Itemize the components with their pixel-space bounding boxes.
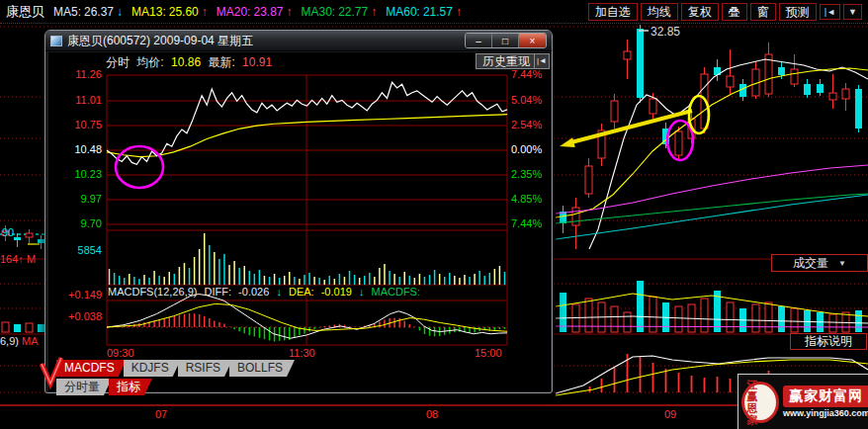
window-icon bbox=[50, 36, 62, 46]
logo-seal-icon: 江赢恩家 bbox=[741, 382, 779, 423]
ma-lines-button[interactable]: 均线 bbox=[641, 3, 678, 21]
price-axis-label: 10.48 bbox=[56, 143, 102, 155]
tab-indicator-view[interactable]: 指标 bbox=[109, 379, 152, 395]
price-axis-label: 9.97 bbox=[56, 193, 102, 205]
history-skip-back-icon[interactable]: |◄ bbox=[534, 53, 550, 69]
price-axis-label: 10.75 bbox=[56, 119, 102, 130]
macd-readout: MACDFS(12,26,9) DIFF: -0.026 ↓ DEA: -0.0… bbox=[108, 286, 424, 298]
intraday-header: 分时 均价: 10.86 最新: 10.91 bbox=[106, 54, 276, 71]
pct-axis-label: 2.35% bbox=[511, 168, 555, 180]
logo-title: 赢家财富网 bbox=[783, 386, 868, 407]
time-label-open: 09:30 bbox=[107, 347, 134, 359]
month-label-09: 09 bbox=[655, 408, 685, 420]
left-fragment-macd-params: 6,9) MA bbox=[0, 335, 39, 347]
mode-label: 分时 bbox=[106, 55, 130, 69]
forecast-button[interactable]: 预测 bbox=[779, 3, 817, 21]
ma13-readout: MA13:25.60↑ bbox=[131, 5, 208, 19]
macd-axis-label: +0.038 bbox=[56, 310, 102, 322]
volume-pane-selector[interactable]: 成交量 ▼ bbox=[771, 254, 868, 272]
trading-app-screen: { "top_bar": { "stock_name": "康恩贝", "ma_… bbox=[0, 0, 868, 429]
pct-axis-label: 5.04% bbox=[511, 94, 555, 106]
overlay-button[interactable]: 叠 bbox=[722, 3, 747, 21]
dea-arrow-icon: ↓ bbox=[359, 286, 365, 298]
logo-url: www.yingjia360.com bbox=[783, 408, 868, 418]
volume-axis-label: 5854 bbox=[56, 244, 102, 256]
pct-axis-label: 7.44% bbox=[511, 68, 555, 80]
ma20-readout: MA20:23.87↑ bbox=[217, 5, 293, 19]
pct-axis-label: 0.00% bbox=[511, 143, 555, 155]
ma20-arrow-icon: ↑ bbox=[286, 5, 292, 19]
top-indicator-bar: 康恩贝 MA5:26.37↓ MA13:25.60↑ MA20:23.87↑ M… bbox=[0, 0, 868, 24]
diff-arrow-icon: ↓ bbox=[276, 286, 282, 298]
ma5-readout: MA5:26.37↓ bbox=[53, 5, 123, 19]
popup-title: 康恩贝(600572) 2009-09-04 星期五 bbox=[67, 33, 253, 49]
ma13-arrow-icon: ↑ bbox=[202, 5, 208, 19]
price-axis-label: 9.70 bbox=[56, 217, 102, 229]
time-label-noon: 11:30 bbox=[289, 347, 315, 359]
price-axis-label: 11.01 bbox=[56, 94, 102, 106]
history-replay-button[interactable]: 历史重现 bbox=[476, 53, 537, 69]
price-axis-label: 10.23 bbox=[56, 168, 102, 180]
left-fragment-volume-value: 90 bbox=[2, 226, 14, 238]
popup-titlebar[interactable]: 康恩贝(600572) 2009-09-04 星期五 – □ × bbox=[45, 31, 552, 51]
time-label-close: 15:00 bbox=[475, 347, 502, 359]
red-check-mark-icon bbox=[38, 356, 65, 389]
pct-axis-label: 2.54% bbox=[511, 119, 555, 130]
ma5-arrow-icon: ↓ bbox=[117, 5, 123, 19]
ma60-readout: MA60:21.57↑ bbox=[386, 5, 462, 19]
maximize-button[interactable]: □ bbox=[492, 34, 519, 47]
popup-body: 分时 均价: 10.86 最新: 10.91 历史重现 |◄ 11.26 11.… bbox=[48, 52, 551, 391]
tab-kdjfs[interactable]: KDJFS bbox=[124, 360, 181, 377]
avg-price-value: 10.86 bbox=[171, 55, 201, 69]
ma30-readout: MA30:22.77↑ bbox=[301, 5, 377, 19]
skip-back-icon[interactable]: |◄ bbox=[820, 4, 840, 20]
adjust-price-button[interactable]: 复权 bbox=[681, 3, 719, 21]
tab-rsifs[interactable]: RSIFS bbox=[178, 360, 232, 377]
view-tab-row: 分时量 指标 bbox=[56, 379, 149, 395]
window-button[interactable]: 窗 bbox=[750, 3, 776, 21]
diff-value: -0.026 bbox=[238, 286, 269, 298]
left-fragment-ma-value: 164↑ M bbox=[0, 253, 36, 265]
pct-axis-label: 7.44% bbox=[511, 217, 555, 229]
price-axis-label: 11.26 bbox=[56, 68, 102, 80]
add-watchlist-button[interactable]: 加自选 bbox=[588, 3, 638, 21]
dropdown-icon[interactable]: ▼ bbox=[843, 4, 862, 20]
tab-macdfs[interactable]: MACDFS bbox=[56, 360, 127, 377]
tab-bollfs[interactable]: BOLLFS bbox=[229, 360, 295, 377]
site-logo: 江赢恩家 赢家财富网 www.yingjia360.com bbox=[738, 374, 868, 429]
intraday-popup-window: 康恩贝(600572) 2009-09-04 星期五 – □ × 分时 均价: … bbox=[44, 30, 553, 393]
indicator-help-button[interactable]: 指标说明 bbox=[790, 333, 867, 350]
toolbar-button-group: 加自选 均线 复权 叠 窗 预测 |◄ ▼ bbox=[588, 3, 862, 21]
window-controls: – □ × bbox=[465, 33, 547, 48]
volume-dropdown-icon: ▼ bbox=[838, 259, 846, 268]
minimize-button[interactable]: – bbox=[466, 34, 492, 47]
pct-axis-label: 4.85% bbox=[511, 193, 555, 205]
stock-name: 康恩贝 bbox=[6, 3, 44, 21]
ma60-arrow-icon: ↑ bbox=[456, 5, 462, 19]
macd-axis-label: +0.149 bbox=[56, 289, 102, 300]
intraday-chart-svg bbox=[48, 52, 551, 391]
last-price-value: 10.91 bbox=[242, 55, 272, 69]
indicator-tab-row: MACDFS KDJFS RSIFS BOLLFS bbox=[56, 360, 292, 377]
month-label-08: 08 bbox=[417, 408, 447, 420]
month-label-07: 07 bbox=[146, 408, 176, 420]
ma30-arrow-icon: ↑ bbox=[371, 5, 377, 19]
dea-value: -0.019 bbox=[321, 286, 352, 298]
close-button[interactable]: × bbox=[519, 34, 546, 47]
peak-price-label: 32.85 bbox=[651, 25, 680, 39]
